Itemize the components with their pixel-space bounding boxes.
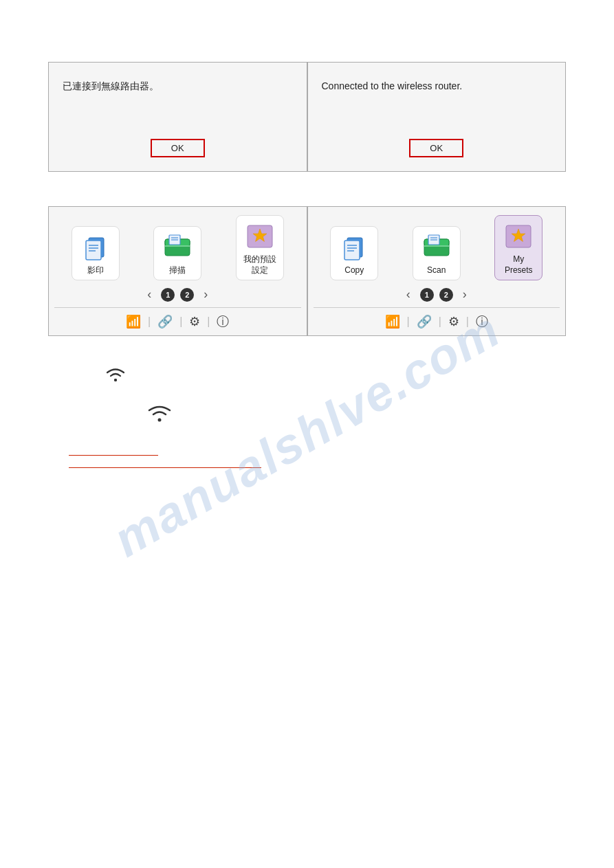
panel-en-page2-dot: 2 xyxy=(439,288,453,302)
copy-zh-icon xyxy=(80,232,111,263)
link-line-2[interactable] xyxy=(69,460,261,468)
panel-zh-gear-icon[interactable]: ⚙ xyxy=(189,314,200,329)
printer-panel-zh: 影印 xyxy=(48,206,307,336)
copy-zh-label: 影印 xyxy=(87,265,104,276)
panel-en-toolbar: 📶 | 🔗 | ⚙ | ⓘ xyxy=(314,307,560,330)
scan-zh-label: 掃描 xyxy=(169,265,186,276)
panel-en-pagination: ‹ 1 2 › xyxy=(314,286,560,303)
panel-zh-pagination: ‹ 1 2 › xyxy=(54,286,301,303)
svg-rect-10 xyxy=(165,245,190,247)
dialog-section: 已連接到無線路由器。 OK Connected to the wireless … xyxy=(48,62,566,172)
panel-zh-sep1: | xyxy=(148,315,151,328)
panel-zh-info-icon[interactable]: ⓘ xyxy=(217,313,229,330)
panel-zh-page1-dot: 1 xyxy=(161,288,175,302)
preset-zh-label: 我的預設 設定 xyxy=(243,254,276,276)
wifi-icon-medium xyxy=(144,399,175,427)
scan-en-button[interactable]: Scan xyxy=(413,226,461,281)
printer-panels-section: 影印 xyxy=(48,206,566,336)
copy-en-button[interactable]: Copy xyxy=(330,226,378,281)
copy-en-icon xyxy=(339,232,369,263)
svg-rect-26 xyxy=(424,245,449,247)
panel-en-sep2: | xyxy=(439,315,441,328)
preset-zh-icon xyxy=(245,221,275,252)
svg-rect-20 xyxy=(344,241,360,260)
panel-en-page1-dot: 1 xyxy=(420,288,434,302)
panel-en-sep1: | xyxy=(407,315,410,328)
svg-rect-4 xyxy=(86,241,101,260)
panel-en-wifi-icon[interactable]: 📶 xyxy=(385,314,400,329)
panel-zh-sep2: | xyxy=(179,315,182,328)
dialog-zh: 已連接到無線路由器。 OK xyxy=(48,62,307,172)
preset-en-label: My Presets xyxy=(505,254,533,276)
scan-zh-button[interactable]: 掃描 xyxy=(153,226,201,281)
svg-point-32 xyxy=(114,379,117,381)
preset-en-button[interactable]: My Presets xyxy=(494,215,542,280)
preset-zh-button[interactable]: 我的預設 設定 xyxy=(236,215,284,280)
preset-en-icon xyxy=(503,221,534,252)
panel-en-icons-row: Copy Scan xyxy=(314,215,560,280)
panel-zh-page2-dot: 2 xyxy=(180,288,194,302)
panel-zh-link-icon[interactable]: 🔗 xyxy=(157,314,173,329)
panel-en-next-button[interactable]: › xyxy=(459,286,471,303)
panel-zh-prev-button[interactable]: ‹ xyxy=(143,286,155,303)
panel-zh-wifi-icon[interactable]: 📶 xyxy=(126,314,141,329)
scan-en-icon xyxy=(421,232,452,263)
scan-zh-icon xyxy=(162,232,193,263)
scan-en-label: Scan xyxy=(427,265,446,276)
panel-en-prev-button[interactable]: ‹ xyxy=(402,286,415,303)
link-line-1[interactable] xyxy=(69,447,158,456)
copy-en-label: Copy xyxy=(344,265,364,276)
wifi-icon-small xyxy=(103,364,128,386)
dialog-en-ok-button[interactable]: OK xyxy=(409,139,463,157)
dialog-zh-btn-row: OK xyxy=(60,133,296,160)
copy-zh-button[interactable]: 影印 xyxy=(72,226,120,281)
panel-en-sep3: | xyxy=(466,315,469,328)
panel-zh-icons-row: 影印 xyxy=(54,215,301,280)
panel-zh-next-button[interactable]: › xyxy=(199,286,212,303)
dialog-en-text: Connected to the wireless router. xyxy=(319,74,555,99)
dialog-en-btn-row: OK xyxy=(319,133,555,160)
panel-zh-sep3: | xyxy=(207,315,210,328)
panel-en-info-icon[interactable]: ⓘ xyxy=(476,313,488,330)
below-section xyxy=(48,357,566,468)
dialog-en: Connected to the wireless router. OK xyxy=(307,62,567,172)
panel-en-gear-icon[interactable]: ⚙ xyxy=(448,314,459,329)
dialog-zh-text: 已連接到無線路由器。 xyxy=(60,74,296,99)
panel-zh-toolbar: 📶 | 🔗 | ⚙ | ⓘ xyxy=(54,307,301,330)
panel-en-link-icon[interactable]: 🔗 xyxy=(417,314,432,329)
printer-panel-en: Copy Scan xyxy=(307,206,567,336)
svg-point-33 xyxy=(158,419,162,422)
dialog-zh-ok-button[interactable]: OK xyxy=(151,139,205,157)
